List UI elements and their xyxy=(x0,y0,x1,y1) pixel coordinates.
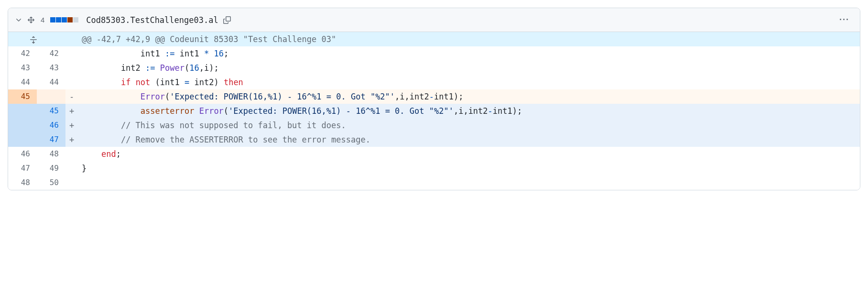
file-header: 4 Cod85303.TestChallenge03.al ··· xyxy=(8,8,860,32)
expand-hunk-icon[interactable] xyxy=(8,32,65,46)
line-number-old[interactable]: 43 xyxy=(8,61,37,75)
diff-marker xyxy=(65,46,78,61)
diff-line: 4648 end; xyxy=(8,147,860,161)
line-number-old[interactable]: 42 xyxy=(8,46,37,61)
code-content[interactable]: asserterror Error('Expected: POWER(16,%1… xyxy=(78,104,860,118)
diffstat-block xyxy=(73,17,78,22)
diff-marker xyxy=(65,147,78,161)
line-number-old[interactable] xyxy=(8,132,37,147)
diff-marker: + xyxy=(65,118,78,132)
line-number-new[interactable]: 48 xyxy=(37,147,65,161)
diff-line: 45+ asserterror Error('Expected: POWER(1… xyxy=(8,104,860,118)
diff-marker xyxy=(65,161,78,176)
diff-line: 4850 xyxy=(8,176,860,190)
diffstat-block xyxy=(67,17,73,22)
diff-file-container: 4 Cod85303.TestChallenge03.al ··· @@ -42… xyxy=(8,8,860,190)
line-number-new[interactable]: 50 xyxy=(37,176,65,190)
line-number-old[interactable] xyxy=(8,104,37,118)
file-menu-icon[interactable]: ··· xyxy=(835,13,853,27)
diff-line: 46+ // This was not supposed to fail, bu… xyxy=(8,118,860,132)
diff-marker xyxy=(65,61,78,75)
diffstat-block xyxy=(56,17,61,22)
line-number-old[interactable]: 48 xyxy=(8,176,37,190)
collapse-file-icon[interactable] xyxy=(15,16,22,24)
diff-line: 4242 int1 := int1 * 16; xyxy=(8,46,860,61)
line-number-old[interactable]: 45 xyxy=(8,89,37,104)
code-content[interactable]: // Remove the ASSERTERROR to see the err… xyxy=(78,132,860,147)
code-content[interactable]: // This was not supposed to fail, but it… xyxy=(78,118,860,132)
diff-line: 4749} xyxy=(8,161,860,176)
hunk-header-text: @@ -42,7 +42,9 @@ Codeunit 85303 "Test C… xyxy=(78,32,860,46)
code-content[interactable]: } xyxy=(78,161,860,176)
diff-marker xyxy=(65,75,78,89)
line-number-new[interactable]: 43 xyxy=(37,61,65,75)
code-content[interactable] xyxy=(78,176,860,190)
code-content[interactable]: int1 := int1 * 16; xyxy=(78,46,860,61)
line-number-new[interactable] xyxy=(37,89,65,104)
diffstat xyxy=(50,17,78,22)
diff-line: 4444 if not (int1 = int2) then xyxy=(8,75,860,89)
line-number-new[interactable]: 44 xyxy=(37,75,65,89)
hunk-header: @@ -42,7 +42,9 @@ Codeunit 85303 "Test C… xyxy=(8,32,860,46)
diffstat-block xyxy=(62,17,67,22)
line-number-new[interactable]: 42 xyxy=(37,46,65,61)
line-number-old[interactable] xyxy=(8,118,37,132)
expand-all-icon[interactable] xyxy=(27,16,35,24)
diff-line: 47+ // Remove the ASSERTERROR to see the… xyxy=(8,132,860,147)
line-number-new[interactable]: 45 xyxy=(37,104,65,118)
code-content[interactable]: end; xyxy=(78,147,860,161)
diff-line: 45- Error('Expected: POWER(16,%1) - 16^%… xyxy=(8,89,860,104)
copy-path-icon[interactable] xyxy=(223,16,231,24)
diff-marker xyxy=(65,176,78,190)
line-number-new[interactable]: 47 xyxy=(37,132,65,147)
diffstat-block xyxy=(50,17,55,22)
line-number-old[interactable]: 47 xyxy=(8,161,37,176)
diff-marker: + xyxy=(65,104,78,118)
diff-table: @@ -42,7 +42,9 @@ Codeunit 85303 "Test C… xyxy=(8,32,860,190)
line-number-old[interactable]: 44 xyxy=(8,75,37,89)
line-number-old[interactable]: 46 xyxy=(8,147,37,161)
diff-marker: + xyxy=(65,132,78,147)
line-number-new[interactable]: 49 xyxy=(37,161,65,176)
file-name[interactable]: Cod85303.TestChallenge03.al xyxy=(86,15,218,25)
line-number-new[interactable]: 46 xyxy=(37,118,65,132)
code-content[interactable]: int2 := Power(16,i); xyxy=(78,61,860,75)
code-content[interactable]: Error('Expected: POWER(16,%1) - 16^%1 = … xyxy=(78,89,860,104)
code-content[interactable]: if not (int1 = int2) then xyxy=(78,75,860,89)
header-actions: ··· xyxy=(835,13,853,27)
diff-line: 4343 int2 := Power(16,i); xyxy=(8,61,860,75)
diff-marker: - xyxy=(65,89,78,104)
change-count: 4 xyxy=(41,16,44,24)
